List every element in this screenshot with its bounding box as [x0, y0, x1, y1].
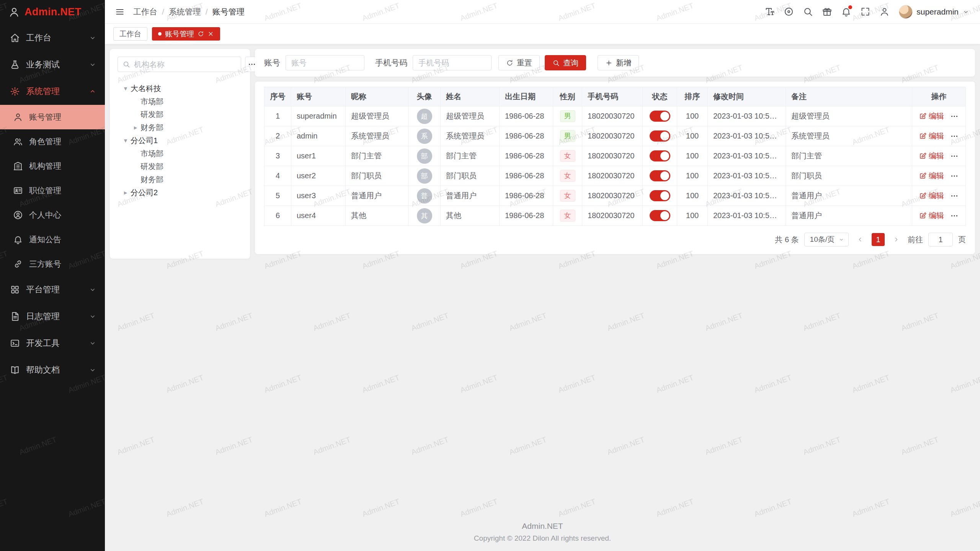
tree-caret-collapsed-icon[interactable]: ▸: [131, 124, 140, 132]
cell-sort: 100: [677, 146, 708, 166]
row-more-button[interactable]: [950, 112, 959, 121]
row-more-button[interactable]: [950, 172, 959, 180]
notification-bell-button[interactable]: [838, 3, 854, 20]
locale-button[interactable]: [780, 3, 797, 20]
cell-status: [643, 206, 677, 226]
status-toggle[interactable]: [650, 111, 670, 122]
sidebar-item-help-docs[interactable]: 帮助文档: [0, 357, 105, 383]
position-icon: [13, 186, 23, 196]
tree-node-finance-dept-1[interactable]: ▸财务部: [118, 121, 242, 134]
roles-icon: [13, 137, 23, 147]
fullscreen-button[interactable]: [857, 3, 874, 20]
ellipsis-icon: [950, 152, 959, 160]
tree-node-finance-dept-2[interactable]: 财务部: [118, 173, 242, 186]
edit-button[interactable]: 编辑: [919, 171, 944, 181]
ellipsis-icon: [950, 112, 959, 121]
tree-node-branch-2[interactable]: ▸分公司2: [118, 186, 242, 199]
table-row: 6user4其他其其他1986-06-28女180200307201002023…: [265, 206, 966, 226]
edit-button[interactable]: 编辑: [919, 151, 944, 161]
tab-close-icon[interactable]: [207, 31, 214, 37]
brand-logo[interactable]: Admin.NET: [0, 0, 105, 24]
theme-button[interactable]: [818, 3, 835, 20]
tree-node-market-dept-1[interactable]: 市场部: [118, 95, 242, 108]
query-button[interactable]: 查询: [545, 55, 586, 70]
phone-filter-input[interactable]: [413, 55, 492, 70]
row-more-button[interactable]: [950, 212, 959, 220]
reset-button[interactable]: 重置: [498, 55, 540, 70]
log-icon: [10, 311, 20, 321]
sidebar-item-platform-management[interactable]: 平台管理: [0, 276, 105, 303]
edit-label: 编辑: [929, 191, 944, 201]
breadcrumb-item[interactable]: 系统管理: [169, 7, 201, 17]
breadcrumb-item[interactable]: 工作台: [133, 7, 157, 17]
edit-icon: [919, 132, 926, 140]
next-page-button[interactable]: [890, 233, 902, 246]
sidebar-item-personal-center[interactable]: 个人中心: [0, 203, 105, 227]
prev-page-button[interactable]: [854, 233, 866, 246]
cell-avatar: 普: [408, 186, 441, 206]
tree-caret-expanded-icon[interactable]: ▾: [121, 137, 131, 145]
sidebar-item-log-management[interactable]: 日志管理: [0, 303, 105, 330]
gender-tag: 女: [560, 190, 575, 202]
search-button[interactable]: [799, 3, 816, 20]
menu-item-label: 平台管理: [26, 284, 60, 295]
locale-icon: [784, 7, 794, 17]
sidebar-item-position-management[interactable]: 职位管理: [0, 178, 105, 203]
cell-gender: 男: [553, 126, 582, 146]
cell-phone: 18020030720: [582, 126, 643, 146]
column-header: 序号: [265, 87, 291, 106]
menu-item-label: 工作台: [26, 32, 51, 44]
tree-node-rd-dept-2[interactable]: 研发部: [118, 160, 242, 173]
org-search-input[interactable]: [133, 60, 236, 69]
font-size-button[interactable]: [761, 3, 778, 20]
user-menu[interactable]: superadmin: [899, 5, 969, 19]
sidebar-item-workbench[interactable]: 工作台: [0, 24, 105, 51]
add-button[interactable]: 新增: [598, 55, 639, 70]
row-more-button[interactable]: [950, 192, 959, 200]
sidebar-item-notice[interactable]: 通知公告: [0, 227, 105, 252]
row-more-button[interactable]: [950, 152, 959, 160]
cell-phone: 18020030720: [582, 186, 643, 206]
status-toggle[interactable]: [650, 130, 670, 142]
tab-workbench[interactable]: 工作台: [113, 27, 147, 41]
sidebar-item-system-management[interactable]: 系统管理: [0, 78, 105, 105]
sidebar-item-dev-tools[interactable]: 开发工具: [0, 330, 105, 357]
edit-button[interactable]: 编辑: [919, 131, 944, 141]
profile-icon: [13, 210, 23, 220]
tab-account-management[interactable]: 账号管理: [152, 27, 220, 41]
sidebar-item-third-party-account[interactable]: 三方账号: [0, 252, 105, 276]
gender-tag: 女: [560, 170, 575, 182]
row-avatar: 系: [417, 129, 432, 144]
tree-node-rd-dept-1[interactable]: 研发部: [118, 108, 242, 121]
page-button-1[interactable]: 1: [872, 233, 885, 246]
tab-refresh-icon[interactable]: [198, 31, 204, 37]
sidebar-item-business-test[interactable]: 业务测试: [0, 51, 105, 78]
sidebar-item-account-management[interactable]: 账号管理: [0, 105, 105, 129]
tree-caret-expanded-icon[interactable]: ▾: [121, 85, 131, 93]
sidebar-item-org-management[interactable]: 机构管理: [0, 154, 105, 178]
edit-button[interactable]: 编辑: [919, 111, 944, 121]
tree-node-daming-tech[interactable]: ▾大名科技: [118, 82, 242, 95]
breadcrumb-item[interactable]: 账号管理: [212, 7, 245, 17]
goto-page-input[interactable]: [928, 233, 953, 246]
tree-node-branch-1[interactable]: ▾分公司1: [118, 134, 242, 147]
cell-sort: 100: [677, 106, 708, 126]
sidebar-item-role-management[interactable]: 角色管理: [0, 129, 105, 154]
cell-modified: 2023-01-03 10:59:44: [708, 106, 786, 126]
status-toggle[interactable]: [650, 210, 670, 221]
search-icon: [552, 59, 560, 67]
row-more-button[interactable]: [950, 132, 959, 140]
gender-tag: 女: [560, 150, 575, 162]
hamburger-menu-icon[interactable]: [115, 7, 125, 17]
tree-caret-collapsed-icon[interactable]: ▸: [121, 189, 131, 197]
user-settings-button[interactable]: [876, 3, 893, 20]
status-toggle[interactable]: [650, 170, 670, 181]
tree-node-market-dept-2[interactable]: 市场部: [118, 147, 242, 160]
page-size-select[interactable]: 10条/页: [804, 233, 849, 246]
account-filter-input[interactable]: [286, 55, 364, 70]
edit-button[interactable]: 编辑: [919, 191, 944, 201]
status-toggle[interactable]: [650, 150, 670, 161]
status-toggle[interactable]: [650, 190, 670, 201]
footer-title: Admin.NET: [105, 522, 980, 531]
edit-button[interactable]: 编辑: [919, 210, 944, 221]
